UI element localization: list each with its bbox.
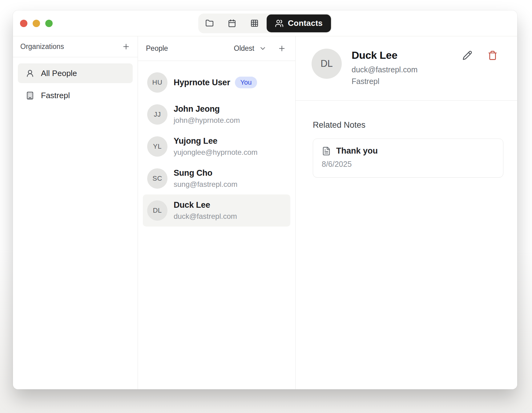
add-organization-button[interactable] <box>122 42 130 51</box>
contact-name: Hyprnote User <box>174 78 230 87</box>
chevron-down-icon <box>259 45 267 52</box>
pencil-icon <box>462 50 472 60</box>
plus-icon <box>278 44 286 53</box>
minimize-button[interactable] <box>33 20 40 27</box>
sidebar-item-label: All People <box>41 69 77 78</box>
avatar: DL <box>312 49 342 79</box>
contact-email: duck@fastrepl.com <box>174 212 237 221</box>
tab-contacts-label: Contacts <box>288 18 323 28</box>
contact-name: John Jeong <box>174 104 240 114</box>
contact-detail-text: Duck Lee duck@fastrepl.com Fastrepl <box>352 49 417 100</box>
trash-icon <box>488 50 498 60</box>
avatar: HU <box>147 72 167 93</box>
edit-contact-button[interactable] <box>462 50 472 60</box>
view-switcher: Contacts <box>198 14 332 33</box>
organizations-list: All People Fastrepl <box>13 57 138 111</box>
contact-actions <box>462 50 498 60</box>
contact-text: John Jeong john@hyprnote.com <box>174 104 240 125</box>
related-notes-title: Related Notes <box>313 120 503 130</box>
traffic-lights <box>20 10 53 36</box>
sort-dropdown[interactable]: Oldest <box>232 44 268 53</box>
contact-name: Sung Cho <box>174 168 237 178</box>
contact-detail-email: duck@fastrepl.com <box>352 65 417 74</box>
contact-detail-organization: Fastrepl <box>352 77 417 86</box>
people-panel: People Oldest HU <box>138 36 296 389</box>
delete-contact-button[interactable] <box>488 50 498 60</box>
tab-notes[interactable] <box>198 14 221 33</box>
titlebar: Contacts <box>13 10 517 36</box>
folder-icon <box>205 19 214 27</box>
document-icon <box>322 146 331 156</box>
users-icon <box>275 19 284 28</box>
contact-name: Yujong Lee <box>174 136 258 146</box>
zoom-button[interactable] <box>45 20 53 27</box>
you-badge: You <box>235 77 257 88</box>
contact-email: john@hyprnote.com <box>174 116 240 125</box>
contact-row-yujong-lee[interactable]: YL Yujong Lee yujonglee@hyprnote.com <box>143 130 290 162</box>
avatar: DL <box>147 200 167 221</box>
desktop-background: Contacts Organizations <box>0 0 532 413</box>
organizations-title: Organizations <box>20 42 64 51</box>
note-title-row: Thank you <box>322 146 494 156</box>
contact-text: Yujong Lee yujonglee@hyprnote.com <box>174 136 258 157</box>
people-title: People <box>146 44 232 53</box>
add-person-button[interactable] <box>278 44 286 53</box>
contact-email: sung@fastrepl.com <box>174 180 237 189</box>
contact-row-john-jeong[interactable]: JJ John Jeong john@hyprnote.com <box>143 98 290 130</box>
table-icon <box>250 19 259 27</box>
contact-detail-panel: DL Duck Lee duck@fastrepl.com Fastrepl <box>296 36 517 389</box>
close-button[interactable] <box>20 20 27 27</box>
contact-detail-name: Duck Lee <box>352 49 417 61</box>
organizations-sidebar: Organizations All People <box>13 36 138 389</box>
contact-name: Duck Lee <box>174 200 237 210</box>
tab-contacts[interactable]: Contacts <box>267 14 331 32</box>
contact-row-hyprnote-user[interactable]: HU Hyprnote User You <box>143 66 290 98</box>
avatar: JJ <box>147 104 167 125</box>
building-icon <box>26 91 34 100</box>
app-window: Contacts Organizations <box>13 10 517 389</box>
sort-value: Oldest <box>234 44 254 53</box>
contact-name-row: Hyprnote User You <box>174 77 257 88</box>
organizations-header: Organizations <box>13 36 138 57</box>
tab-calendar[interactable] <box>221 14 243 33</box>
contact-row-duck-lee[interactable]: DL Duck Lee duck@fastrepl.com <box>143 194 290 227</box>
main-content: Organizations All People <box>13 36 517 389</box>
contact-text: Sung Cho sung@fastrepl.com <box>174 168 237 189</box>
sidebar-item-fastrepl[interactable]: Fastrepl <box>18 86 133 105</box>
people-header: People Oldest <box>138 36 295 61</box>
calendar-icon <box>228 19 236 27</box>
contact-row-sung-cho[interactable]: SC Sung Cho sung@fastrepl.com <box>143 162 290 194</box>
plus-icon <box>122 42 130 51</box>
person-icon <box>26 69 34 78</box>
sidebar-item-label: Fastrepl <box>41 91 70 100</box>
avatar: SC <box>147 168 167 189</box>
contact-text: Duck Lee duck@fastrepl.com <box>174 200 237 221</box>
note-card[interactable]: Thank you 8/6/2025 <box>313 138 503 178</box>
contact-email: yujonglee@hyprnote.com <box>174 148 258 157</box>
avatar: YL <box>147 136 167 157</box>
sidebar-item-all-people[interactable]: All People <box>18 63 133 83</box>
people-list: HU Hyprnote User You JJ John Jeong john@… <box>138 61 295 232</box>
note-title: Thank you <box>336 146 378 156</box>
contact-detail-body: Related Notes Thank you 8/6/2025 <box>296 101 517 178</box>
contact-detail-header: DL Duck Lee duck@fastrepl.com Fastrepl <box>296 36 517 101</box>
note-date: 8/6/2025 <box>322 160 494 169</box>
tab-table[interactable] <box>243 14 266 33</box>
